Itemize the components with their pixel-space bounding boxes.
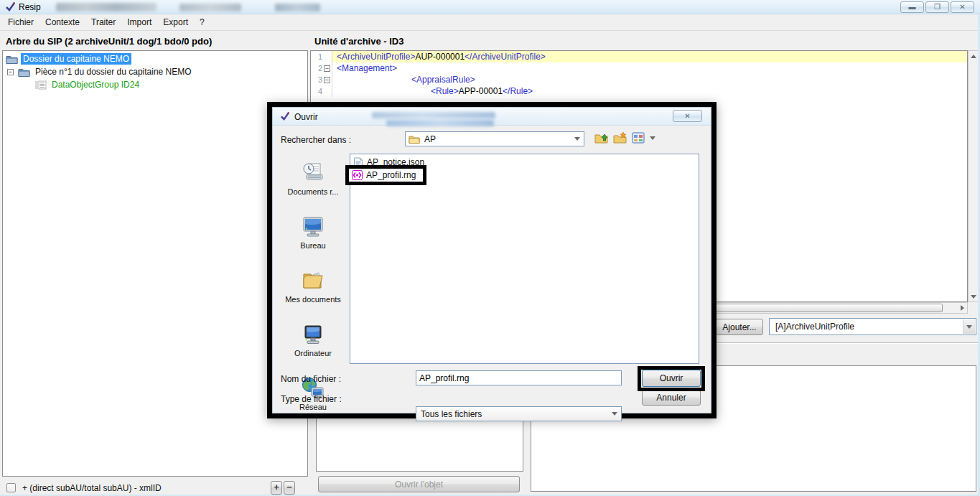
redacted-text <box>386 120 494 126</box>
line-number: 2 <box>311 64 322 72</box>
tree-expander-icon[interactable]: − <box>7 69 14 75</box>
menu-item-fichier[interactable]: Fichier <box>2 15 39 29</box>
recent-docs-icon <box>301 161 325 185</box>
code-line[interactable]: 2−<Management> <box>311 62 967 74</box>
title-bar: Resip ▬ ❐ ✕ <box>0 0 980 14</box>
tree-item[interactable]: Dossier du capitaine NEMO <box>3 52 307 65</box>
window-title: Resip <box>19 2 41 12</box>
file-item-ap-notice-json[interactable]: AP_notice.json <box>350 156 699 169</box>
look-in-label: Rechercher dans : <box>281 135 351 145</box>
desktop-icon <box>301 215 325 239</box>
rng-file-icon <box>352 170 363 180</box>
menu-item-traiter[interactable]: Traiter <box>85 15 121 29</box>
app-logo-icon <box>280 111 290 123</box>
line-number: 3 <box>311 75 322 84</box>
redacted-text <box>179 4 241 11</box>
file-list[interactable]: AP_notice.jsonAP_profil.rng <box>350 154 699 364</box>
folder-icon <box>18 67 30 77</box>
chevron-down-icon[interactable] <box>650 136 655 140</box>
file-type-dropdown[interactable]: Tous les fichiers <box>416 406 622 421</box>
scroll-down-icon[interactable] <box>969 291 979 301</box>
tutorial-annotation-box: Ouvrir ✕ Rechercher dans : AP Documents … <box>267 102 717 418</box>
code-text: <Rule>APP-00001</Rule> <box>332 85 967 97</box>
place-label: Bureau <box>300 241 325 250</box>
line-number: 4 <box>311 87 322 95</box>
menu-item-import[interactable]: Import <box>121 15 157 29</box>
place-recent-documents[interactable]: Documents r... <box>279 161 347 196</box>
json-file-icon <box>353 157 363 168</box>
menu-item-export[interactable]: Export <box>157 15 194 29</box>
scroll-right-icon[interactable] <box>957 303 967 313</box>
expand-all-button[interactable]: + <box>271 481 282 495</box>
tree-item[interactable]: −Pièce n°1 du dossier du capitaine NEMO <box>3 65 307 78</box>
dialog-toolbar <box>594 131 655 144</box>
folder-icon <box>409 134 420 144</box>
open-dialog: Ouvrir ✕ Rechercher dans : AP Documents … <box>272 107 711 413</box>
place-label: Documents r... <box>288 187 339 196</box>
dialog-close-button[interactable]: ✕ <box>673 110 702 122</box>
app-logo-icon <box>5 1 16 14</box>
code-line[interactable]: 4<Rule>APP-00001</Rule> <box>311 85 967 97</box>
file-name-label: Nom du fichier : <box>281 374 341 384</box>
sip-tree[interactable]: Dossier du capitaine NEMO−Pièce n°1 du d… <box>2 50 308 477</box>
places-bar: Documents r...BureauMes documentsOrdinat… <box>279 161 348 430</box>
resip-window: { "window": { "title": "Resip" }, "menu"… <box>0 0 980 496</box>
file-item-ap-profil-rng[interactable]: AP_profil.rng <box>349 169 423 182</box>
code-line[interactable]: 3−<AppraisalRule> <box>311 74 967 85</box>
dialog-cancel-button[interactable]: Annuler <box>642 390 701 406</box>
code-fold-icon[interactable]: − <box>324 65 330 72</box>
my-docs-icon <box>301 268 325 293</box>
view-menu-icon[interactable] <box>632 132 645 144</box>
redacted-text <box>56 3 157 11</box>
place-desktop[interactable]: Bureau <box>279 215 347 250</box>
place-computer[interactable]: Ordinateur <box>279 322 347 357</box>
place-label: Mes documents <box>285 295 341 304</box>
chevron-down-icon[interactable] <box>571 133 583 145</box>
file-name-input[interactable] <box>416 370 622 385</box>
computer-icon <box>301 322 325 347</box>
subau-checkbox-label: + (direct subAU/total subAU) - xmlID <box>22 483 162 493</box>
tree-footer: + (direct subAU/total subAU) - xmlID + − <box>2 479 308 496</box>
code-line[interactable]: 1<ArchiveUnitProfile>AUP-000001</Archive… <box>311 51 967 62</box>
restore-button[interactable]: ❐ <box>925 1 949 13</box>
new-folder-icon[interactable] <box>613 131 627 144</box>
tree-item-label[interactable]: DataObjectGroup ID24 <box>50 79 141 90</box>
redacted-text <box>372 112 495 118</box>
tree-item[interactable]: DataObjectGroup ID24 <box>3 78 307 91</box>
menu-item-help[interactable]: ? <box>194 15 210 29</box>
folder-icon <box>6 55 18 64</box>
subau-checkbox[interactable] <box>6 483 16 492</box>
close-button[interactable]: ✕ <box>951 1 974 13</box>
chevron-down-icon[interactable] <box>963 319 975 334</box>
menu-item-contexte[interactable]: Contexte <box>39 15 85 29</box>
minimize-button[interactable]: ▬ <box>900 1 924 13</box>
file-name: AP_notice.json <box>367 157 424 167</box>
dog-icon <box>34 80 47 90</box>
file-name: AP_profil.rng <box>366 170 416 180</box>
line-number: 1 <box>311 52 322 61</box>
code-text: <Management> <box>332 62 967 74</box>
code-text: <ArchiveUnitProfile>AUP-000001</ArchiveU… <box>332 51 967 62</box>
redacted-text <box>275 4 320 11</box>
look-in-dropdown[interactable]: AP <box>405 131 584 146</box>
collapse-all-button[interactable]: − <box>284 481 295 495</box>
dialog-title-bar: Ouvrir ✕ <box>273 108 711 126</box>
code-fold-icon[interactable]: − <box>324 77 330 83</box>
sip-tree-header: Arbre du SIP (2 archiveUnit/1 dog/1 bdo/… <box>6 36 212 47</box>
place-label: Ordinateur <box>294 349 332 357</box>
add-metadata-button[interactable]: Ajouter... <box>716 319 763 335</box>
up-one-level-icon[interactable] <box>594 131 609 144</box>
xml-code: 1<ArchiveUnitProfile>AUP-000001</Archive… <box>311 51 967 97</box>
tree-item-label[interactable]: Pièce n°1 du dossier du capitaine NEMO <box>33 66 194 78</box>
dialog-open-button[interactable]: Ouvrir <box>642 370 701 387</box>
menu-bar: FichierContexteTraiterImportExport? <box>0 14 980 31</box>
open-object-button[interactable]: Ouvrir l'objet <box>318 476 520 492</box>
metadata-type-dropdown[interactable]: [A]ArchiveUnitProfile <box>769 318 976 335</box>
scroll-up-icon[interactable] <box>969 51 979 61</box>
archive-unit-header: Unité d'archive - ID3 <box>314 36 403 47</box>
tree-item-label[interactable]: Dossier du capitaine NEMO <box>21 53 131 65</box>
place-my-documents[interactable]: Mes documents <box>279 268 347 304</box>
dialog-title: Ouvrir <box>294 112 318 122</box>
code-text: <AppraisalRule> <box>332 74 967 85</box>
chevron-down-icon[interactable] <box>608 408 620 420</box>
